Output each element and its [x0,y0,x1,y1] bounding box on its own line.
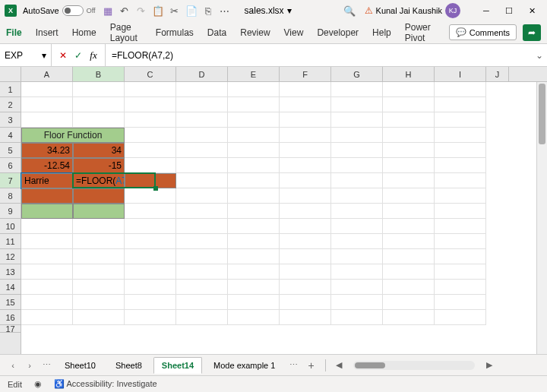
sheet-nav-prev[interactable]: ‹ [6,359,20,372]
col-header-b[interactable]: B [73,67,125,81]
autosave-switch[interactable] [62,5,84,16]
col-header-i[interactable]: I [435,67,486,81]
qat-more-icon[interactable]: ⋯ [219,5,231,17]
copy-icon[interactable]: ⎘ [202,5,214,17]
ribbon-tab-powerpivot[interactable]: Power Pivot [405,19,435,46]
sheet-nav-more[interactable]: ⋯ [40,359,53,372]
ribbon-tab-data[interactable]: Data [207,24,226,41]
cell-b6[interactable]: -15 [73,158,125,173]
maximize-button[interactable]: ☐ [498,2,520,20]
ribbon-tab-file[interactable]: File [6,24,22,41]
row-header-4[interactable]: 4 [0,128,21,143]
sheet-tabs-more[interactable]: ⋯ [286,359,300,372]
comments-button[interactable]: 💬 Comments [449,24,517,40]
autosave-toggle[interactable]: AutoSave Off [23,5,96,16]
cell-a4-b4[interactable]: Floor Function [21,128,125,143]
formula-enter-button[interactable]: ✓ [71,49,85,62]
cell-a9[interactable] [21,204,73,219]
row-header-16[interactable]: 16 [0,310,21,325]
row-header-8[interactable]: 8 [0,188,21,204]
row-header-7[interactable]: 7 [0,173,21,188]
cell-b9[interactable] [73,204,125,219]
select-all-corner[interactable] [0,67,21,81]
row-header-5[interactable]: 5 [0,143,21,158]
ribbon-tab-pagelayout[interactable]: Page Layout [110,19,142,46]
sheet-tab-sheet8[interactable]: Sheet8 [107,357,150,374]
chevron-down-icon: ▾ [42,50,46,61]
status-mode: Edit [8,380,22,389]
new-sheet-button[interactable]: + [303,359,318,371]
col-header-g[interactable]: G [331,67,383,81]
clipboard-icon[interactable]: 📋 [152,5,164,17]
filename-display[interactable]: sales.xlsx ▾ [245,5,292,16]
col-header-h[interactable]: H [383,67,435,81]
col-header-d[interactable]: D [176,67,228,81]
row-header-14[interactable]: 14 [0,280,21,295]
row-header-2[interactable]: 2 [0,97,21,112]
hscroll-left[interactable]: ◀ [332,359,346,372]
user-account[interactable]: ⚠ Kunal Jai Kaushik KJ [365,3,460,18]
accessibility-status[interactable]: ♿ Accessibility: Investigate [54,379,157,389]
ribbon-tab-view[interactable]: View [284,24,304,41]
autosave-label: AutoSave [23,6,59,15]
ribbon-tab-insert[interactable]: Insert [36,24,58,41]
fill-handle[interactable] [153,186,158,191]
cell-b5[interactable]: 34 [73,143,125,158]
cell-b7-editing[interactable]: =FLOOR(A7,2) [73,173,125,188]
ribbon-tab-help[interactable]: Help [372,24,391,41]
cell-a8[interactable] [21,188,73,204]
cell-grid[interactable]: Floor Function 34.2334 -12.54-15 Harrie … [21,82,547,354]
sheet-nav-next[interactable]: › [23,359,36,372]
close-button[interactable]: ✕ [521,2,542,20]
cell-a7[interactable]: Harrie [21,173,73,188]
horizontal-scroll-thumb[interactable] [355,362,385,368]
col-header-c[interactable]: C [125,67,176,81]
insert-function-button[interactable]: fx [87,49,100,62]
paste-icon[interactable]: 📄 [185,5,198,17]
comment-icon: 💬 [456,27,466,37]
ribbon-tab-formulas[interactable]: Formulas [156,24,194,41]
user-name: Kunal Jai Kaushik [376,6,442,15]
cell-c7[interactable] [125,173,176,188]
redo-icon[interactable]: ↷ [135,5,147,17]
row-header-1[interactable]: 1 [0,82,21,97]
search-icon[interactable]: 🔍 [343,5,356,17]
cell-b8[interactable] [73,188,125,204]
row-header-15[interactable]: 15 [0,295,21,310]
formula-input[interactable]: =FLOOR(A7,2) [106,44,532,66]
col-header-j[interactable]: J [486,67,509,81]
ribbon-tab-developer[interactable]: Developer [317,24,359,41]
row-header-17[interactable]: 17 [0,325,21,333]
undo-icon[interactable]: ↶ [119,5,131,17]
name-box[interactable]: EXP ▾ [0,44,52,66]
accessibility-icon: ♿ [54,379,65,388]
sheet-tab-mode-example[interactable]: Mode example 1 [205,357,283,374]
row-header-12[interactable]: 12 [0,249,21,264]
row-header-6[interactable]: 6 [0,158,21,173]
sheet-tab-sheet14[interactable]: Sheet14 [153,357,202,374]
horizontal-scrollbar[interactable] [353,361,475,370]
share-button[interactable]: ➦ [523,24,541,41]
cell-a5[interactable]: 34.23 [21,143,73,158]
hscroll-right[interactable]: ▶ [482,359,496,372]
col-header-e[interactable]: E [228,67,280,81]
col-header-a[interactable]: A [21,67,73,81]
row-header-13[interactable]: 13 [0,264,21,280]
formula-cancel-button[interactable]: ✕ [56,49,70,62]
vertical-scroll-thumb[interactable] [539,84,545,144]
formula-expand-button[interactable]: ⌄ [532,44,547,66]
save-icon[interactable]: ▦ [102,5,114,17]
ribbon-tab-home[interactable]: Home [72,24,96,41]
row-header-10[interactable]: 10 [0,219,21,234]
row-header-3[interactable]: 3 [0,112,21,128]
macro-record-icon[interactable]: ◉ [33,379,43,390]
minimize-button[interactable]: ─ [476,2,497,20]
sheet-tab-sheet10[interactable]: Sheet10 [56,357,104,374]
row-header-9[interactable]: 9 [0,204,21,219]
cell-a6[interactable]: -12.54 [21,158,73,173]
col-header-f[interactable]: F [280,67,331,81]
cut-icon[interactable]: ✂ [169,5,181,17]
vertical-scrollbar[interactable] [536,82,547,354]
row-header-11[interactable]: 11 [0,234,21,249]
ribbon-tab-review[interactable]: Review [240,24,270,41]
